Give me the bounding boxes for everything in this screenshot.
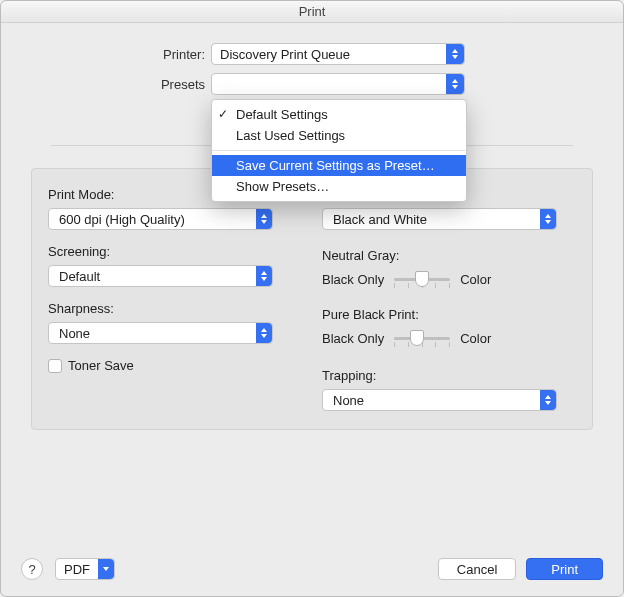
- chevron-updown-icon: [446, 74, 464, 94]
- print-mode-select[interactable]: 600 dpi (High Quality): [48, 208, 273, 230]
- chevron-updown-icon: [540, 209, 556, 229]
- pdf-menu-button[interactable]: PDF: [55, 558, 115, 580]
- window-title: Print: [1, 1, 623, 23]
- slider-label-color: Color: [460, 272, 491, 287]
- chevron-updown-icon: [256, 209, 272, 229]
- slider-label-black-only: Black Only: [322, 331, 384, 346]
- dropdown-separator: [212, 150, 466, 151]
- chevron-updown-icon: [256, 323, 272, 343]
- printer-select[interactable]: Discovery Print Queue: [211, 43, 465, 65]
- trapping-label: Trapping:: [322, 368, 576, 383]
- print-mode-value: 600 dpi (High Quality): [59, 212, 185, 227]
- presets-label: Presets: [21, 77, 211, 92]
- check-icon: ✓: [218, 107, 228, 121]
- presets-option-save-as-preset[interactable]: Save Current Settings as Preset…: [212, 155, 466, 176]
- pure-black-slider[interactable]: [394, 328, 450, 348]
- neutral-gray-slider[interactable]: [394, 269, 450, 289]
- neutral-gray-label: Neutral Gray:: [322, 248, 576, 263]
- pdf-button-label: PDF: [64, 562, 90, 577]
- help-button[interactable]: ?: [21, 558, 43, 580]
- chevron-down-icon: [98, 559, 114, 579]
- screening-value: Default: [59, 269, 100, 284]
- trapping-select[interactable]: None: [322, 389, 557, 411]
- trapping-value: None: [333, 393, 364, 408]
- presets-select[interactable]: [211, 73, 465, 95]
- screening-select[interactable]: Default: [48, 265, 273, 287]
- sharpness-label: Sharpness:: [48, 301, 302, 316]
- sharpness-select[interactable]: None: [48, 322, 273, 344]
- dropdown-item-label: Default Settings: [236, 107, 328, 122]
- screening-label: Screening:: [48, 244, 302, 259]
- sharpness-value: None: [59, 326, 90, 341]
- toner-save-label: Toner Save: [68, 358, 134, 373]
- chevron-updown-icon: [256, 266, 272, 286]
- color-mode-select[interactable]: Black and White: [322, 208, 557, 230]
- printer-select-value: Discovery Print Queue: [220, 47, 350, 62]
- toner-save-checkbox[interactable]: [48, 359, 62, 373]
- cancel-button[interactable]: Cancel: [438, 558, 516, 580]
- pure-black-label: Pure Black Print:: [322, 307, 576, 322]
- print-button[interactable]: Print: [526, 558, 603, 580]
- chevron-updown-icon: [446, 44, 464, 64]
- color-mode-value: Black and White: [333, 212, 427, 227]
- dropdown-item-label: Show Presets…: [236, 179, 329, 194]
- slider-label-color: Color: [460, 331, 491, 346]
- dropdown-item-label: Last Used Settings: [236, 128, 345, 143]
- dropdown-item-label: Save Current Settings as Preset…: [236, 158, 435, 173]
- slider-label-black-only: Black Only: [322, 272, 384, 287]
- presets-dropdown: ✓ Default Settings Last Used Settings Sa…: [211, 99, 467, 202]
- presets-option-show-presets[interactable]: Show Presets…: [212, 176, 466, 197]
- chevron-updown-icon: [540, 390, 556, 410]
- presets-option-default[interactable]: ✓ Default Settings: [212, 104, 466, 125]
- printer-label: Printer:: [21, 47, 211, 62]
- presets-option-last-used[interactable]: Last Used Settings: [212, 125, 466, 146]
